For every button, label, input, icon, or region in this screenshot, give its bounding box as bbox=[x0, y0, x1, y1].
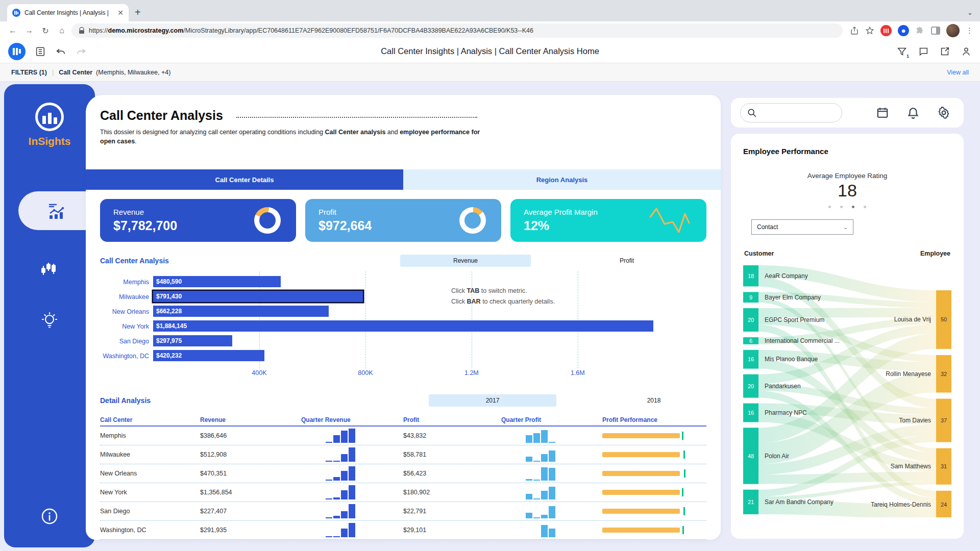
extension-red-icon[interactable] bbox=[880, 25, 892, 36]
back-icon[interactable]: ← bbox=[6, 26, 19, 35]
browser-menu-icon[interactable]: ⋮ bbox=[966, 26, 974, 35]
comments-icon[interactable] bbox=[918, 46, 929, 57]
cell-call-center: New York bbox=[100, 489, 200, 496]
margin-sparkline-icon bbox=[648, 205, 691, 236]
insights-logo-icon bbox=[35, 103, 64, 131]
col-quarter-revenue[interactable]: Quarter Revenue bbox=[301, 416, 403, 423]
tab-search-chevron-icon[interactable]: ⌄ bbox=[967, 9, 973, 16]
employee-node-label: Sam Matthews bbox=[891, 463, 931, 470]
revenue-bar[interactable]: $420,232 bbox=[153, 350, 264, 361]
revenue-bar[interactable]: $480,590 bbox=[153, 276, 281, 287]
forward-icon[interactable]: → bbox=[22, 26, 36, 35]
microstrategy-logo-icon[interactable] bbox=[8, 43, 26, 60]
quarter-revenue-sparkbars bbox=[326, 504, 358, 518]
bar-row: San Diego $297,975 bbox=[153, 334, 706, 348]
performance-target-tick bbox=[682, 432, 683, 440]
redo-icon[interactable] bbox=[76, 46, 87, 57]
settings-gear-icon[interactable] bbox=[937, 106, 950, 119]
col-revenue[interactable]: Revenue bbox=[200, 416, 301, 423]
sidebar-info-button[interactable] bbox=[41, 508, 58, 527]
page-title: Call Center Analysis bbox=[100, 108, 223, 123]
filter-chip[interactable]: Call Center (Memphis, Milwaukee, +4) bbox=[59, 69, 170, 76]
performance-target-tick bbox=[683, 450, 685, 459]
bar-value-label: $480,590 bbox=[156, 278, 182, 285]
dossier-content: InSights bbox=[0, 82, 980, 551]
axis-tick-label: 400K bbox=[252, 369, 266, 377]
notifications-bell-icon[interactable] bbox=[906, 106, 920, 119]
calendar-icon[interactable] bbox=[876, 106, 889, 119]
customer-node-label: International Commercial ... bbox=[765, 337, 840, 344]
employee-node-value: 24 bbox=[941, 502, 947, 508]
side-panel-icon[interactable] bbox=[931, 27, 940, 35]
carousel-dots[interactable] bbox=[743, 206, 951, 208]
bar-row: Milwaukee $791,430 bbox=[153, 289, 706, 304]
col-profit-performance[interactable]: Profit Performance bbox=[602, 416, 706, 423]
account-icon[interactable] bbox=[961, 46, 972, 57]
table-row[interactable]: Memphis $386,646 $43,832 bbox=[100, 427, 706, 445]
revenue-bar[interactable]: $1,884,145 bbox=[153, 320, 653, 332]
quarter-revenue-sparkbars bbox=[326, 429, 358, 443]
share-page-icon[interactable] bbox=[850, 26, 859, 35]
bookmark-star-icon[interactable] bbox=[865, 26, 874, 35]
new-tab-button[interactable]: + bbox=[135, 7, 141, 18]
reload-icon[interactable]: ↻ bbox=[39, 26, 52, 36]
table-row[interactable]: New Orleans $470,351 $56,423 bbox=[100, 464, 706, 483]
cell-profit: $43,832 bbox=[403, 432, 501, 439]
attribute-selector[interactable]: Contact ⌄ bbox=[751, 219, 853, 235]
customer-node-value: 48 bbox=[748, 453, 754, 459]
col-call-center[interactable]: Call Center bbox=[100, 416, 200, 423]
profit-performance-bullet bbox=[602, 450, 685, 459]
year-2018[interactable]: 2018 bbox=[616, 397, 692, 404]
sidebar-item-ideas[interactable] bbox=[4, 310, 95, 332]
year-2017-selected[interactable]: 2017 bbox=[429, 394, 556, 407]
metric-revenue-selected[interactable]: Revenue bbox=[400, 255, 531, 267]
tab-call-center-details[interactable]: Call Center Details bbox=[86, 169, 403, 190]
sidebar-item-analysis-active[interactable] bbox=[18, 191, 95, 230]
share-icon[interactable] bbox=[939, 46, 950, 57]
revenue-bar[interactable]: $297,975 bbox=[153, 335, 232, 346]
profile-avatar[interactable] bbox=[946, 24, 960, 37]
bar-value-label: $1,884,145 bbox=[156, 322, 187, 330]
detail-table-header: Call Center Revenue Quarter Revenue Prof… bbox=[100, 414, 706, 427]
kpi-profit-margin[interactable]: Average Profit Margin 12% bbox=[510, 199, 706, 242]
tab-region-analysis[interactable]: Region Analysis bbox=[403, 169, 721, 190]
table-of-contents-icon[interactable] bbox=[35, 46, 46, 57]
search-box[interactable] bbox=[740, 103, 842, 122]
quarter-revenue-sparkbars bbox=[326, 523, 358, 537]
bar-city-label: Milwaukee bbox=[100, 293, 149, 300]
revenue-bar[interactable]: $791,430 bbox=[153, 291, 363, 302]
cell-revenue: $1,356,854 bbox=[200, 489, 301, 496]
metric-profit[interactable]: Profit bbox=[586, 257, 668, 264]
quarter-revenue-sparkbars bbox=[326, 466, 358, 481]
kpi-revenue[interactable]: Revenue $7,782,700 bbox=[100, 199, 296, 242]
tab-close-icon[interactable]: ✕ bbox=[117, 9, 124, 17]
col-quarter-profit[interactable]: Quarter Profit bbox=[501, 416, 602, 423]
revenue-bar[interactable]: $662,228 bbox=[153, 306, 329, 317]
undo-icon[interactable] bbox=[55, 46, 66, 57]
quarter-profit-sparkbars bbox=[526, 447, 558, 462]
extension-blue-icon[interactable]: ☻ bbox=[898, 25, 909, 36]
kpi-profit[interactable]: Profit $972,664 bbox=[305, 199, 501, 242]
search-input[interactable] bbox=[761, 109, 827, 117]
col-profit[interactable]: Profit bbox=[403, 416, 501, 423]
table-row[interactable]: New York $1,356,854 $180,902 bbox=[100, 483, 706, 502]
cell-revenue: $227,407 bbox=[200, 508, 301, 515]
address-bar[interactable]: https://demo.microstrategy.com/MicroStra… bbox=[71, 23, 843, 38]
sidebar-item-boxplot[interactable] bbox=[4, 259, 95, 281]
filter-icon[interactable]: 1 bbox=[896, 46, 908, 57]
employee-header: Employee bbox=[920, 250, 950, 257]
profit-performance-bullet bbox=[602, 525, 685, 535]
profit-performance-bullet bbox=[602, 488, 685, 497]
cell-call-center: Milwaukee bbox=[100, 451, 200, 458]
table-row[interactable]: Washington, DC $291,935 $29,101 bbox=[100, 521, 706, 540]
table-row[interactable]: San Diego $227,407 $22,791 bbox=[100, 502, 706, 521]
customer-node-label: Sar Am Bandhi Company bbox=[765, 498, 834, 506]
browser-tab[interactable]: Call Center Insights | Analysis | ✕ bbox=[7, 4, 129, 21]
view-all-link[interactable]: View all bbox=[947, 69, 969, 76]
extensions-puzzle-icon[interactable] bbox=[915, 26, 925, 36]
customer-employee-sankey[interactable]: 18AeaR Company9Bayer Elm Company20EGPC S… bbox=[743, 262, 951, 517]
performance-target-tick bbox=[684, 469, 685, 478]
table-row[interactable]: Milwaukee $512,908 $58,781 bbox=[100, 445, 706, 464]
home-icon[interactable]: ⌂ bbox=[55, 26, 68, 35]
detail-analysis-section: Detail Analysis 2017 2018 Call Center Re… bbox=[100, 394, 706, 540]
